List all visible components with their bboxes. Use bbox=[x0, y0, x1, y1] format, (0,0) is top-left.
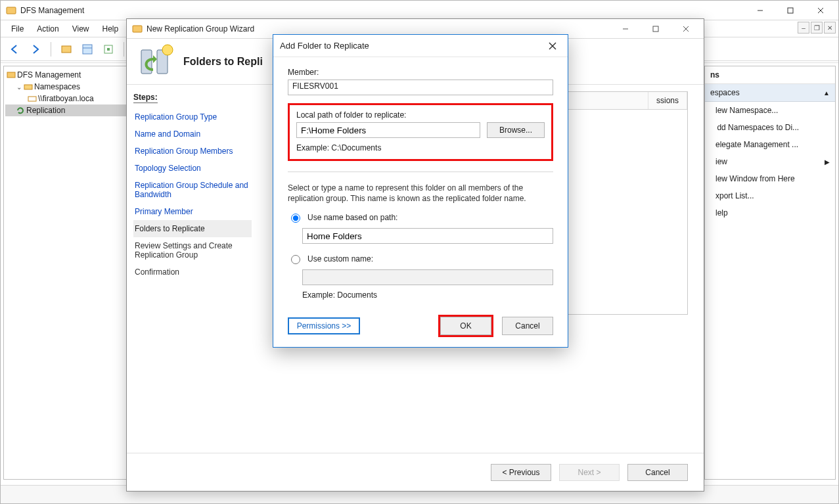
radio-use-path-name-input[interactable] bbox=[291, 214, 300, 223]
wizard-footer: < Previous Next > Cancel bbox=[127, 453, 704, 491]
tree-root-label: DFS Management bbox=[17, 70, 81, 80]
collapse-up-icon[interactable]: ▲ bbox=[823, 89, 830, 97]
svg-rect-17 bbox=[653, 26, 658, 32]
permissions-button[interactable]: Permissions >> bbox=[288, 317, 360, 334]
radio-use-custom-name-input[interactable] bbox=[291, 255, 300, 264]
step-name-domain[interactable]: Name and Domain bbox=[133, 126, 252, 143]
action-help[interactable]: lelp bbox=[705, 204, 835, 221]
tree-namespaces[interactable]: ⌄ Namespaces bbox=[5, 81, 126, 93]
action-new-window[interactable]: lew Window from Here bbox=[705, 170, 835, 187]
step-rep-group-type[interactable]: Replication Group Type bbox=[133, 108, 252, 126]
step-folders-replicate[interactable]: Folders to Replicate bbox=[133, 220, 252, 237]
cancel-button[interactable]: Cancel bbox=[502, 317, 553, 335]
dfs-icon bbox=[6, 5, 16, 16]
menu-file[interactable]: File bbox=[5, 22, 30, 36]
svg-rect-5 bbox=[62, 46, 71, 53]
namespace-icon bbox=[24, 82, 33, 91]
radio-use-custom-name-label: Use custom name: bbox=[307, 254, 373, 263]
actions-pane: ns espaces ▲ lew Namespace... dd Namespa… bbox=[704, 66, 836, 480]
wizard-maximize-button[interactable] bbox=[641, 20, 671, 38]
main-title: DFS Management bbox=[20, 6, 84, 15]
custom-name-field bbox=[302, 269, 553, 285]
action-export-list[interactable]: xport List... bbox=[705, 187, 835, 204]
tree-namespaces-label: Namespaces bbox=[34, 82, 80, 91]
ok-button[interactable]: OK bbox=[440, 317, 491, 335]
wizard-icon bbox=[132, 24, 143, 34]
action-label: iew bbox=[715, 157, 727, 166]
svg-rect-13 bbox=[24, 85, 32, 89]
svg-point-23 bbox=[162, 45, 173, 55]
tree-root[interactable]: DFS Management bbox=[5, 69, 126, 81]
wizard-steps-list: Steps: Replication Group Type Name and D… bbox=[127, 85, 258, 453]
wizard-cancel-button[interactable]: Cancel bbox=[627, 464, 688, 481]
toolbar-icon-3[interactable] bbox=[100, 41, 117, 58]
example-path-label: Example: C:\Documents bbox=[296, 143, 545, 152]
action-label: elegate Management ... bbox=[715, 140, 798, 149]
actions-subtitle: espaces bbox=[710, 88, 740, 97]
action-add-namespaces[interactable]: dd Namespaces to Di... bbox=[705, 119, 835, 136]
action-label: lew Namespace... bbox=[715, 106, 778, 115]
wizard-previous-button[interactable]: < Previous bbox=[491, 464, 551, 481]
wizard-close-button[interactable] bbox=[671, 20, 701, 38]
replication-icon bbox=[16, 106, 25, 115]
mdi-restore-icon[interactable]: ❐ bbox=[811, 22, 823, 34]
namespace-path-icon bbox=[28, 94, 37, 103]
radio-use-custom-name[interactable]: Use custom name: bbox=[288, 253, 553, 264]
add-folder-dialog: Add Folder to Replicate Member: FILESRV0… bbox=[273, 34, 568, 348]
step-rep-members[interactable]: Replication Group Members bbox=[133, 143, 252, 160]
localpath-section-highlight: Local path of folder to replicate: Brows… bbox=[288, 103, 553, 161]
action-new-namespace[interactable]: lew Namespace... bbox=[705, 102, 835, 119]
menu-help[interactable]: Help bbox=[96, 22, 125, 36]
main-titlebar: DFS Management bbox=[1, 1, 838, 20]
dialog-title: Add Folder to Replicate bbox=[280, 41, 369, 51]
tree-replication-label: Replication bbox=[26, 106, 65, 115]
caret-down-icon[interactable]: ⌄ bbox=[16, 83, 22, 91]
localpath-input[interactable] bbox=[296, 122, 480, 138]
main-window-controls bbox=[745, 1, 836, 20]
action-label: xport List... bbox=[715, 191, 754, 200]
dialog-titlebar: Add Folder to Replicate bbox=[273, 35, 568, 57]
action-view[interactable]: iew ▶ bbox=[705, 153, 835, 170]
toolbar-icon-1[interactable] bbox=[58, 41, 75, 58]
action-label: lelp bbox=[715, 208, 728, 218]
main-close-button[interactable] bbox=[805, 1, 836, 20]
mdi-min-icon[interactable]: – bbox=[798, 22, 809, 34]
svg-marker-22 bbox=[153, 55, 157, 63]
svg-rect-6 bbox=[83, 45, 92, 54]
browse-button[interactable]: Browse... bbox=[487, 122, 545, 138]
step-schedule-bandwidth[interactable]: Replication Group Schedule and Bandwidth bbox=[133, 177, 252, 203]
action-delegate-mgmt[interactable]: elegate Management ... bbox=[705, 136, 835, 153]
step-confirmation[interactable]: Confirmation bbox=[133, 263, 252, 281]
forward-button[interactable] bbox=[27, 41, 44, 58]
tree-namespace-item[interactable]: \\firatboyan.loca bbox=[5, 93, 126, 104]
example-name-label: Example: Documents bbox=[302, 290, 553, 300]
radio-use-path-name[interactable]: Use name based on path: bbox=[288, 212, 553, 223]
tree-replication[interactable]: Replication bbox=[5, 104, 126, 116]
dialog-close-button[interactable] bbox=[544, 37, 561, 55]
actions-title: ns bbox=[705, 66, 835, 84]
divider bbox=[288, 172, 553, 172]
menu-view[interactable]: View bbox=[66, 22, 96, 36]
wizard-minimize-button[interactable] bbox=[610, 20, 641, 38]
actions-subtitle-row[interactable]: espaces ▲ bbox=[705, 84, 835, 102]
svg-rect-2 bbox=[788, 8, 793, 13]
main-maximize-button[interactable] bbox=[775, 1, 805, 20]
wizard-next-button: Next > bbox=[559, 464, 620, 481]
action-label: lew Window from Here bbox=[715, 174, 795, 183]
step-primary-member[interactable]: Primary Member bbox=[133, 203, 252, 220]
radio-use-path-name-label: Use name based on path: bbox=[307, 213, 397, 222]
dfs-icon bbox=[7, 70, 16, 80]
step-review-create[interactable]: Review Settings and Create Replication G… bbox=[133, 237, 252, 263]
step-topology[interactable]: Topology Selection bbox=[133, 160, 252, 177]
column-ssions[interactable]: ssions bbox=[648, 92, 687, 109]
mdi-close-icon[interactable]: ✕ bbox=[824, 22, 836, 34]
nav-tree[interactable]: DFS Management ⌄ Namespaces \\firatboyan… bbox=[3, 66, 128, 480]
menu-action[interactable]: Action bbox=[30, 22, 65, 36]
main-minimize-button[interactable] bbox=[745, 1, 775, 20]
steps-title: Steps: bbox=[133, 93, 158, 103]
back-button[interactable] bbox=[6, 41, 23, 58]
localpath-label: Local path of folder to replicate: bbox=[296, 110, 545, 120]
help-text: Select or type a name to represent this … bbox=[288, 183, 553, 204]
toolbar-icon-2[interactable] bbox=[79, 41, 96, 58]
tree-namespace-item-label: \\firatboyan.loca bbox=[38, 94, 94, 103]
